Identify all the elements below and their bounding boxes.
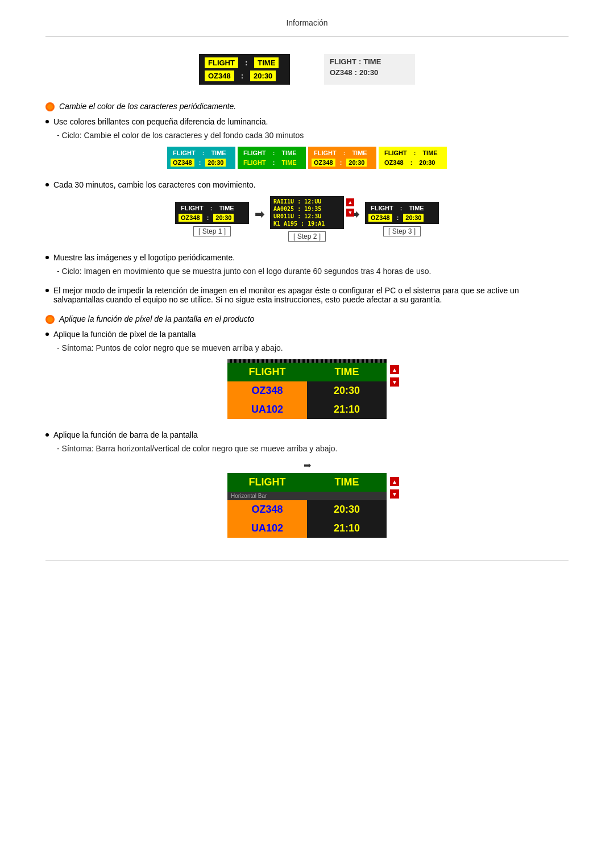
section-1: Cambie el color de los caracteres periód… xyxy=(45,102,569,169)
pixel-board: FLIGHT TIME OZ348 20:30 UA102 21:10 xyxy=(227,363,387,419)
s1-flight: FLIGHT xyxy=(179,204,206,212)
pb-oz348: OZ348 xyxy=(227,381,307,400)
cycle-board-4: FLIGHT : TIME OZ348 : 20:30 xyxy=(379,147,447,169)
best-way-text: El mejor modo de impedir la retención de… xyxy=(53,286,569,304)
bar-board: FLIGHT TIME Horizontal Bar OZ348 20:30 U… xyxy=(227,473,387,538)
bar-func-text: Aplique la función de barra de la pantal… xyxy=(53,430,198,439)
bright-colors-text: Use colores brillantes con pequeña difer… xyxy=(53,117,268,126)
cb1-colon: : xyxy=(200,149,207,157)
s3-val: 20:30 xyxy=(403,214,424,222)
cb4-c2: : xyxy=(408,159,415,167)
section-2: Cada 30 minutos, cambie los caracteres c… xyxy=(45,180,569,242)
s3-time: TIME xyxy=(406,204,426,212)
cb1-flight: FLIGHT xyxy=(171,149,198,157)
light-board-colon2: : xyxy=(355,68,357,77)
orange-icon-2 xyxy=(45,315,55,324)
bar-right-arrow: ➡ xyxy=(304,460,311,470)
cb4-val: 20:30 xyxy=(417,159,437,167)
cycle-board-3: FLIGHT : TIME OZ348 : 20:30 xyxy=(308,147,376,169)
cb4-time: TIME xyxy=(420,149,439,157)
bar-data-row1: OZ348 20:30 xyxy=(227,500,387,519)
pb-2030: 20:30 xyxy=(307,381,387,400)
cb4-colon: : xyxy=(412,149,418,157)
dot-2 xyxy=(45,183,49,186)
step-1-label: [ Step 1 ] xyxy=(193,226,231,236)
bar-arrow-row: ➡ xyxy=(227,460,387,471)
page-container: Información FLIGHT : TIME OZ348 : 20:30 … xyxy=(0,0,614,584)
bar-board-container: ➡ FLIGHT TIME Horizontal Bar OZ348 20:30 xyxy=(45,460,569,538)
page-title: Información xyxy=(45,11,569,37)
cycle-sub-text: - Ciclo: Cambie el color de los caracter… xyxy=(57,131,569,140)
top-displays: FLIGHT : TIME OZ348 : 20:30 FLIGHT : TIM… xyxy=(45,54,569,85)
orange-bullet-1: Cambie el color de los caracteres periód… xyxy=(45,102,569,111)
light-board-2030: 20:30 xyxy=(359,68,378,77)
s1-time: TIME xyxy=(217,204,236,212)
cb3-colon: : xyxy=(341,149,348,157)
cb2-colon: : xyxy=(271,149,277,157)
step-3-board: FLIGHT : TIME OZ348 : 20:30 xyxy=(365,202,439,224)
bar-arrows: ▲ ▼ xyxy=(390,477,399,499)
dark-board-time: TIME xyxy=(254,57,279,68)
cb1-val: 20:30 xyxy=(205,159,226,167)
pixel-down-arrow: ▼ xyxy=(390,377,399,387)
s2-r3: UR011U : 12:3U xyxy=(273,213,321,219)
dark-board-colon1: : xyxy=(242,57,251,68)
bullet-bar-func: Aplique la función de barra de la pantal… xyxy=(45,430,569,439)
bullet-bright-colors: Use colores brillantes con pequeña difer… xyxy=(45,117,569,126)
cb1-c2: : xyxy=(197,159,204,167)
cb3-c2: : xyxy=(338,159,345,167)
arrow-1: ➡ xyxy=(255,207,264,221)
dark-board-2030: 20:30 xyxy=(250,70,276,81)
horizontal-bar: Horizontal Bar xyxy=(227,492,387,500)
bullet-movement: Cada 30 minutos, cambie los caracteres c… xyxy=(45,180,569,189)
dot-1 xyxy=(45,120,49,123)
s2-r4: K1 A195 : 19:A1 xyxy=(273,221,325,227)
s1-c2: : xyxy=(205,214,211,222)
bar-oz348: OZ348 xyxy=(227,500,307,519)
s3-flight: FLIGHT xyxy=(368,204,396,212)
bar-up-arrow: ▲ xyxy=(390,477,399,486)
bottom-divider xyxy=(45,560,569,561)
s3-c1: : xyxy=(398,204,405,212)
movement-text: Cada 30 minutos, cambie los caracteres c… xyxy=(53,180,256,189)
bar-sub: - Síntoma: Barra horizontal/vertical de … xyxy=(57,444,569,453)
cycle-board-2: FLIGHT : TIME FLIGHT : TIME xyxy=(238,147,306,169)
cb2-time: TIME xyxy=(279,149,298,157)
bar-header-row: FLIGHT TIME xyxy=(227,473,387,492)
dark-board-oz348: OZ348 xyxy=(205,70,234,81)
pb-flight-header: FLIGHT xyxy=(227,363,307,381)
pixel-arrows: ▲ ▼ xyxy=(390,365,399,387)
step-2-block: RAII1U : 12:UU AA0025 : 19:35 UR011U : 1… xyxy=(270,196,344,242)
cb3-flight: FLIGHT xyxy=(312,149,339,157)
bar-flight-header: FLIGHT xyxy=(227,473,307,492)
dot-3 xyxy=(45,256,49,259)
cb2-flight: FLIGHT xyxy=(241,149,268,157)
s2-r2: AA0025 : 19:35 xyxy=(273,206,321,212)
cb2-c2: : xyxy=(271,159,277,167)
cb1-time: TIME xyxy=(209,149,228,157)
dot-6 xyxy=(45,433,49,437)
bar-ua102: UA102 xyxy=(227,519,307,538)
step2-up-arrow: ▲ xyxy=(346,198,354,206)
step-1-board: FLIGHT : TIME OZ348 : 20:30 xyxy=(175,202,249,224)
bullet-best-way: El mejor modo de impedir la retención de… xyxy=(45,286,569,304)
s2-r1: RAII1U : 12:UU xyxy=(273,198,321,205)
bar-down-arrow: ▼ xyxy=(390,489,399,499)
cb2-flight2: FLIGHT xyxy=(241,159,268,167)
section-4: El mejor modo de impedir la retención de… xyxy=(45,286,569,304)
step-1-block: FLIGHT : TIME OZ348 : 20:30 [ Step 1 ] xyxy=(175,202,249,236)
bar-time-header: TIME xyxy=(307,473,387,492)
s3-c2: : xyxy=(395,214,401,222)
cb1-oz: OZ348 xyxy=(171,159,194,167)
cb4-flight: FLIGHT xyxy=(382,149,409,157)
cycle-board-1: FLIGHT : TIME OZ348 : 20:30 xyxy=(167,147,235,169)
cb3-val: 20:30 xyxy=(346,159,367,167)
s1-oz: OZ348 xyxy=(179,214,202,222)
light-board-colon1: : xyxy=(359,57,361,66)
cb4-oz: OZ348 xyxy=(382,159,406,167)
s3-oz: OZ348 xyxy=(368,214,392,222)
s1-val: 20:30 xyxy=(213,214,234,222)
step-2-label: [ Step 2 ] xyxy=(288,231,326,242)
dark-flight-board: FLIGHT : TIME OZ348 : 20:30 xyxy=(199,54,290,85)
light-board-flight: FLIGHT xyxy=(330,57,356,66)
